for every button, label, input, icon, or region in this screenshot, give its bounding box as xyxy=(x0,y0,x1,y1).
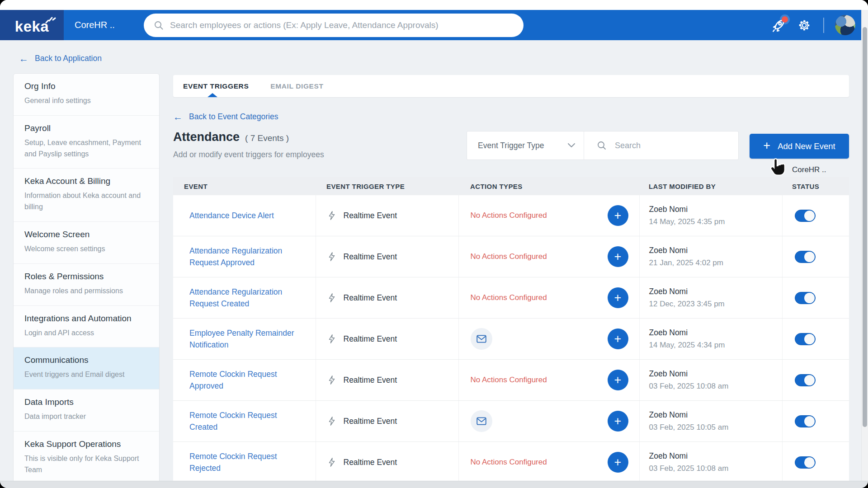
status-toggle[interactable] xyxy=(795,415,816,427)
status-toggle[interactable] xyxy=(795,333,816,345)
page-heading: Attendance ( 7 Events ) xyxy=(173,130,289,144)
plus-icon: + xyxy=(763,140,770,152)
add-action-button[interactable]: + xyxy=(608,205,628,226)
column-header-action-types: ACTION TYPES xyxy=(458,177,639,195)
add-action-button[interactable]: + xyxy=(608,452,628,473)
toggle-knob xyxy=(804,375,815,385)
sidebar-item-integrations-automation[interactable]: Integrations and Automation Login and AP… xyxy=(14,306,159,348)
column-header-event: EVENT xyxy=(173,177,316,195)
lightning-icon xyxy=(327,457,337,467)
table-row: Remote Clockin Request Rejected Realtime… xyxy=(173,442,849,483)
trigger-type-label: Realtime Event xyxy=(344,211,397,221)
event-name-link[interactable]: Attendance Regularization Request Approv… xyxy=(189,245,303,269)
arrow-left-icon: ← xyxy=(173,112,183,122)
column-header-last-modified-by: LAST MODIFIED BY xyxy=(639,177,782,195)
trigger-type-label: Realtime Event xyxy=(344,252,397,262)
sidebar-item-roles-permissions[interactable]: Roles & Permissions Manage roles and per… xyxy=(14,264,159,306)
no-actions-configured-label: No Actions Configured xyxy=(471,375,547,384)
email-action-chip[interactable] xyxy=(471,328,492,350)
table-row: Attendance Device Alert Realtime Event N… xyxy=(173,195,849,236)
back-to-application-link[interactable]: ← Back to Application xyxy=(19,54,102,63)
status-toggle[interactable] xyxy=(795,374,816,386)
plus-icon: + xyxy=(614,414,622,428)
status-toggle[interactable] xyxy=(795,292,816,304)
settings-button[interactable] xyxy=(792,10,817,40)
sidebar-item-payroll[interactable]: Payroll Setup, Leave encashment, Payment… xyxy=(14,116,159,169)
keka-logo-text: keka xyxy=(15,18,49,35)
envelope-icon xyxy=(476,333,487,345)
hand-pointer-icon xyxy=(768,157,787,177)
whats-new-rocket-button[interactable] xyxy=(766,10,792,40)
scrollbar-thumb[interactable] xyxy=(863,27,867,427)
tab-event-triggers[interactable]: EVENT TRIGGERS xyxy=(183,82,249,90)
modified-by-name: Zoeb Nomi xyxy=(649,205,782,214)
add-action-button[interactable]: + xyxy=(608,246,628,267)
event-name-link[interactable]: Remote Clockin Request Created xyxy=(189,409,303,433)
sidebar-item-title: Keka Account & Billing xyxy=(24,176,147,186)
modified-date: 03 Feb, 2025 10:08 am xyxy=(649,382,782,391)
sidebar-item-subtitle: Login and API access xyxy=(24,328,147,339)
add-action-button[interactable]: + xyxy=(608,370,628,390)
trigger-type-label: Realtime Event xyxy=(344,417,397,426)
global-search-input[interactable]: Search employees or actions (Ex: Apply L… xyxy=(144,14,524,37)
event-name-link[interactable]: Remote Clockin Request Approved xyxy=(189,368,303,392)
sidebar-item-title: Keka Support Operations xyxy=(24,439,147,449)
sidebar-item-title: Payroll xyxy=(24,123,147,133)
plus-icon: + xyxy=(614,332,622,346)
status-toggle[interactable] xyxy=(795,210,816,222)
add-action-button[interactable]: + xyxy=(608,328,628,349)
event-name-link[interactable]: Remote Clockin Request Rejected xyxy=(189,450,303,474)
status-toggle[interactable] xyxy=(795,251,816,263)
page-scrollbar[interactable] xyxy=(861,10,868,481)
user-avatar[interactable] xyxy=(835,15,855,35)
tab-email-digest[interactable]: EMAIL DIGEST xyxy=(270,82,323,90)
modified-by-name: Zoeb Nomi xyxy=(649,328,782,338)
communications-tabbar: EVENT TRIGGERS EMAIL DIGEST xyxy=(173,75,849,97)
plus-icon: + xyxy=(614,455,622,469)
keka-logo[interactable]: keka xyxy=(0,10,64,40)
event-name-link[interactable]: Employee Penalty Remainder Notification xyxy=(189,327,303,351)
add-action-button[interactable]: + xyxy=(608,287,628,308)
sidebar-item-subtitle: Data import tracker xyxy=(24,411,147,422)
event-name-link[interactable]: Attendance Device Alert xyxy=(189,210,274,221)
category-title: Attendance xyxy=(173,130,240,144)
nav-app-label[interactable]: CoreHR .. xyxy=(75,10,115,40)
modified-date: 21 Jan, 2025 4:02 pm xyxy=(649,258,782,267)
event-name-link[interactable]: Attendance Regularization Request Create… xyxy=(189,286,303,310)
event-trigger-type-select[interactable]: Event Trigger Type xyxy=(467,141,584,150)
no-actions-configured-label: No Actions Configured xyxy=(471,252,547,261)
toggle-knob xyxy=(804,334,815,344)
sidebar-item-org-info[interactable]: Org Info General info settings xyxy=(14,74,159,116)
table-header-row: EVENT EVENT TRIGGER TYPE ACTION TYPES LA… xyxy=(173,177,849,195)
mouse-cursor xyxy=(768,157,787,177)
sidebar-item-communications[interactable]: Communications Event triggers and Email … xyxy=(14,347,159,389)
sidebar-item-keka-account-billing[interactable]: Keka Account & Billing Information about… xyxy=(14,169,159,222)
add-action-button[interactable]: + xyxy=(608,411,628,432)
back-to-event-categories-link[interactable]: ← Back to Event Categories xyxy=(173,112,278,122)
sidebar-item-title: Roles & Permissions xyxy=(24,272,147,282)
sidebar-item-data-imports[interactable]: Data Imports Data import tracker xyxy=(14,389,159,432)
column-header-trigger-type: EVENT TRIGGER TYPE xyxy=(316,177,458,195)
modified-by-name: Zoeb Nomi xyxy=(649,369,782,379)
table-search-input[interactable]: Search xyxy=(584,141,738,150)
column-header-status: STATUS xyxy=(782,177,849,195)
sidebar-item-subtitle: Information about Keka account and billi… xyxy=(24,190,147,213)
top-navbar: keka CoreHR .. Search employees or actio… xyxy=(0,10,862,40)
sidebar-item-welcome-screen[interactable]: Welcome Screen Welcome screen settings xyxy=(14,222,159,264)
table-search-placeholder: Search xyxy=(615,141,641,150)
table-row: Attendance Regularization Request Create… xyxy=(173,277,849,319)
status-toggle[interactable] xyxy=(795,456,816,469)
sidebar-item-keka-support-operations[interactable]: Keka Support Operations This is visible … xyxy=(14,432,159,484)
email-action-chip[interactable] xyxy=(471,410,492,432)
toggle-knob xyxy=(804,211,815,221)
toggle-knob xyxy=(804,416,815,427)
sidebar-item-subtitle: General info settings xyxy=(24,95,147,107)
sidebar-item-subtitle: Event triggers and Email digest xyxy=(24,369,147,380)
lightning-icon xyxy=(327,211,337,221)
no-actions-configured-label: No Actions Configured xyxy=(471,458,547,466)
table-row: Employee Penalty Remainder Notification … xyxy=(173,319,849,360)
envelope-icon xyxy=(476,415,487,427)
sidebar-item-title: Data Imports xyxy=(24,397,147,407)
trigger-type-label: Realtime Event xyxy=(344,375,397,385)
add-new-event-button[interactable]: + Add New Event xyxy=(750,134,849,159)
